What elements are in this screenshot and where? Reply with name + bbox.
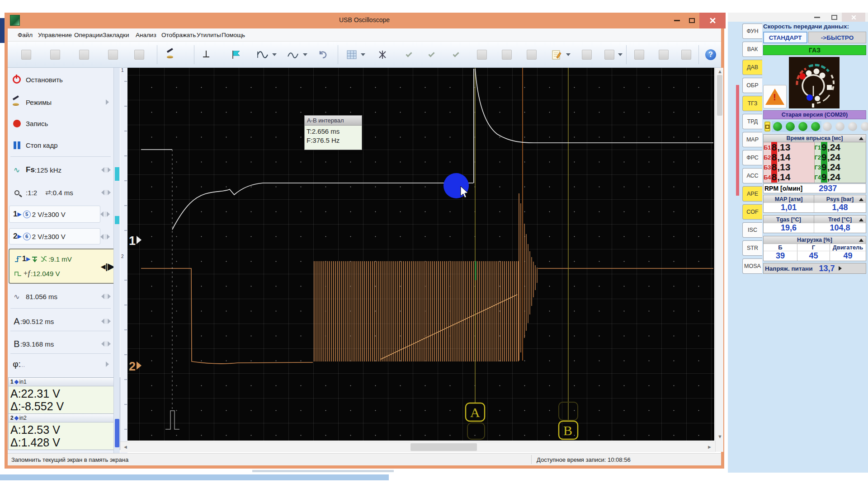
scroll-thumb[interactable] [115, 419, 119, 447]
tab-tgz[interactable]: ТГЗ [742, 96, 762, 111]
freeze-button[interactable]: Стоп кадр [8, 138, 113, 152]
chart-view-button[interactable] [343, 46, 360, 63]
right-close-button[interactable] [842, 13, 865, 22]
accept-all-button[interactable] [423, 46, 440, 63]
annotate-button[interactable] [162, 46, 179, 63]
decrease-arrow-icon[interactable] [101, 190, 104, 195]
zoom-timebase-row[interactable]: :1:2 ⇄ :0.4 ms [8, 185, 113, 200]
tab-are[interactable]: АРЕ [742, 186, 762, 202]
ch1-dec-icon[interactable] [100, 211, 104, 217]
menu-display[interactable]: Отображать [161, 32, 196, 38]
ch1-screen-label[interactable]: 1 [129, 234, 136, 248]
meas2-header[interactable]: 2 in2 [9, 414, 120, 422]
load-header[interactable]: Нагрузка [%] [764, 236, 866, 244]
page-button[interactable] [655, 46, 672, 63]
frame-button[interactable] [498, 46, 515, 63]
right-minimize-button[interactable] [809, 13, 825, 22]
a-inc-icon[interactable] [108, 319, 111, 324]
signal-mode-dropdown[interactable] [270, 46, 279, 63]
sweep-dec-icon[interactable] [101, 294, 104, 299]
tab-str[interactable]: STR [742, 240, 762, 256]
signal-mode-button[interactable] [254, 46, 271, 63]
scroll-up-icon[interactable]: ▲ [717, 69, 722, 74]
right-maximize-button[interactable] [826, 13, 842, 22]
save-button[interactable] [47, 46, 64, 63]
tab-mosa[interactable]: MOSA [742, 258, 762, 274]
marker-b-row[interactable]: B :93.168 ms [8, 337, 113, 351]
fast-button[interactable]: ->БЫСТРО [808, 32, 866, 43]
decrease-arrow-icon[interactable] [101, 167, 104, 173]
menu-operations[interactable]: Операции [74, 32, 103, 38]
delete-page-button[interactable] [678, 46, 695, 63]
expand-arrow-icon[interactable] [839, 266, 842, 271]
voltage-row[interactable]: Напряж. питани 13,7 [763, 263, 866, 274]
marker-a-row[interactable]: A :90.512 ms [8, 314, 113, 328]
collapse-icon[interactable] [859, 218, 863, 221]
menu-control[interactable]: Управление [38, 32, 72, 38]
stop-button[interactable]: Остановить [8, 72, 113, 87]
channel1-range[interactable]: 1 ▶ 5 2 V/±300 V [9, 206, 100, 223]
modes-button[interactable]: Режимы [8, 95, 113, 109]
scope-screen[interactable]: 1 2 A B А-В интервал T:2.656 ms F:376.5 … [127, 68, 714, 441]
maximize-button[interactable] [684, 13, 699, 28]
marker-tool-button[interactable] [578, 46, 595, 63]
notepad-button[interactable] [548, 46, 566, 63]
trigger-spinner[interactable]: ◂|▶ [101, 261, 114, 272]
tab-isc[interactable]: ISC [742, 222, 762, 238]
phase-row[interactable]: φ: ... [8, 357, 113, 371]
sample-rate-row[interactable]: ∿ Fs :125 kHz [8, 163, 113, 177]
chart-view-dropdown[interactable] [359, 46, 368, 63]
scroll-left-icon[interactable]: ◄ [123, 444, 128, 450]
menu-utilities[interactable]: Утилиты [197, 32, 221, 38]
tab-trd[interactable]: ТРД [742, 114, 762, 129]
b-dec-icon[interactable] [101, 341, 104, 347]
menu-bookmarks[interactable]: Закладки [103, 32, 129, 38]
tab-map[interactable]: MAP [742, 132, 762, 147]
measure-mode-button[interactable] [284, 46, 302, 63]
meas1-header[interactable]: 1 in1 [9, 378, 120, 386]
minimize-button[interactable] [668, 13, 686, 28]
probe-button[interactable] [198, 46, 215, 63]
menu-file[interactable]: Файл [18, 32, 33, 38]
export-button[interactable] [523, 46, 540, 63]
undo-button[interactable] [314, 46, 331, 63]
record-button[interactable]: Запись [8, 116, 113, 131]
copy-screen-button[interactable] [104, 46, 122, 63]
tab-cof[interactable]: COF [742, 204, 762, 220]
warning-button[interactable] [763, 85, 787, 108]
sweep-row[interactable]: ∿ 81.056 ms [8, 289, 113, 304]
channel2-range[interactable]: 2 ▶ 6 2 V/±300 V [9, 228, 100, 244]
document-button[interactable] [473, 46, 491, 63]
ch2-dec-icon[interactable] [100, 234, 104, 239]
menu-analysis[interactable]: Анализ [136, 32, 156, 38]
tab-dav[interactable]: ДАВ [742, 60, 762, 75]
increase-arrow-icon[interactable] [108, 167, 111, 173]
b-inc-icon[interactable] [108, 341, 111, 347]
scroll-down-icon[interactable]: ▼ [717, 434, 722, 439]
collapse-icon[interactable] [859, 239, 863, 242]
measure-mode-dropdown[interactable] [301, 46, 310, 63]
menu-help[interactable]: Помощь [222, 32, 245, 38]
flag-button[interactable] [227, 46, 245, 63]
tab-frs[interactable]: ФРС [742, 150, 762, 165]
panel-scrollbar[interactable] [113, 68, 120, 453]
collapse-icon[interactable] [859, 198, 863, 201]
transform-button[interactable] [374, 46, 391, 63]
open-button[interactable] [18, 46, 35, 63]
copy-data-button[interactable] [131, 46, 148, 63]
trigger-settings[interactable]: 1 ▶ :9.1 mV +f :12.049 V ◂|▶ [9, 249, 119, 284]
memory-button[interactable] [631, 46, 648, 63]
sweep-inc-icon[interactable] [108, 294, 111, 299]
vscroll-thumb[interactable] [717, 75, 722, 116]
notepad-dropdown[interactable] [564, 46, 573, 63]
hscroll-thumb[interactable] [410, 443, 477, 451]
scroll-right-icon[interactable]: ► [707, 444, 712, 450]
scope-vscrollbar[interactable]: ▲ ▼ [715, 68, 723, 452]
tab-obr[interactable]: ОБР [742, 78, 762, 93]
scope-hscrollbar[interactable]: ◄ ► [120, 441, 715, 452]
right-app-titlebar[interactable] [728, 13, 868, 22]
a-dec-icon[interactable] [101, 319, 104, 324]
increase-arrow-icon[interactable] [108, 190, 111, 195]
titlebar[interactable]: USB Oscilloscope [5, 13, 724, 28]
injection-header[interactable]: Время впрыска [мс] [763, 134, 866, 142]
